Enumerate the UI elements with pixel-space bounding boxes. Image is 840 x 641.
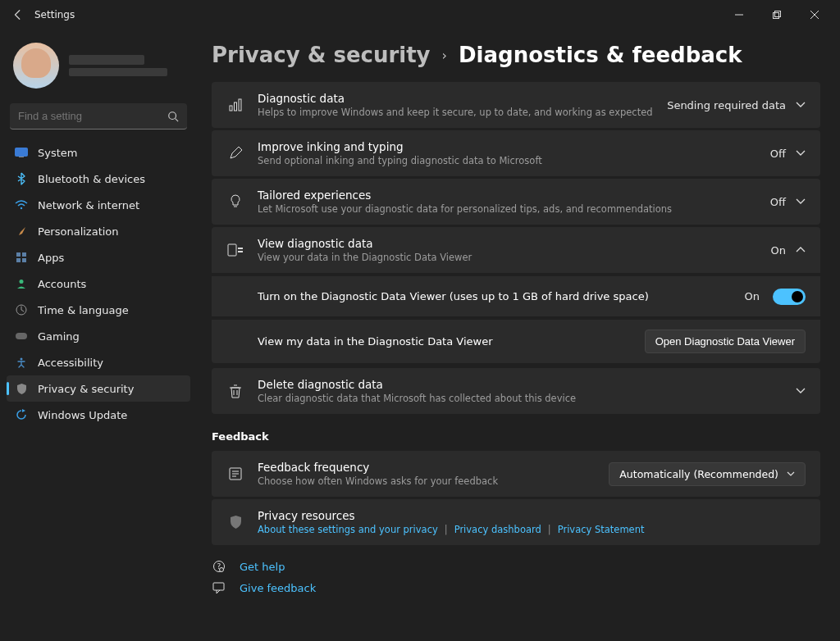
svg-rect-2 [775,11,781,17]
svg-point-14 [20,280,24,284]
link-privacy-dashboard[interactable]: Privacy dashboard [454,524,541,535]
nav-label: Privacy & security [38,383,134,395]
open-diagnostic-viewer-button[interactable]: Open Diagnostic Data Viewer [645,330,806,353]
update-icon [15,408,28,421]
chevron-down-icon [787,471,795,477]
data-viewer-icon [226,241,244,259]
subrow-turn-on-viewer: Turn on the Diagnostic Data Viewer (uses… [212,275,820,316]
nav-item-windows-update[interactable]: Windows Update [7,402,190,428]
card-title: Improve inking and typing [258,140,757,153]
minimize-button[interactable] [720,2,758,28]
search-input[interactable] [18,110,167,122]
card-subtitle: View your data in the Diagnostic Data Vi… [258,252,758,263]
search-icon [167,111,179,122]
card-status: Off [770,196,786,208]
nav-item-time-language[interactable]: Time & language [7,297,190,323]
link-privacy-statement[interactable]: Privacy Statement [558,524,645,535]
subrow-text: Turn on the Diagnostic Data Viewer (uses… [258,290,732,302]
gamepad-icon [15,330,28,343]
chevron-down-icon [796,150,806,157]
maximize-button[interactable] [758,2,796,28]
nav-label: Time & language [38,304,129,316]
svg-rect-8 [19,157,24,157]
search-box[interactable] [10,103,187,130]
nav-label: Windows Update [38,409,127,421]
shield-icon [15,382,28,395]
svg-rect-20 [239,99,241,111]
nav-item-bluetooth[interactable]: Bluetooth & devices [7,166,190,192]
avatar [13,43,59,89]
card-status: Off [770,148,786,160]
card-title: Diagnostic data [258,92,654,105]
svg-rect-12 [16,258,21,262]
close-button[interactable] [796,2,833,28]
section-heading-feedback: Feedback [212,430,820,443]
select-value: Automatically (Recommended) [619,468,778,480]
form-icon [226,465,244,483]
clock-globe-icon [15,303,28,316]
wifi-icon [15,198,28,211]
svg-point-5 [169,111,176,119]
apps-icon [15,251,28,264]
nav-label: Gaming [38,330,80,343]
svg-point-9 [21,207,22,209]
profile-name-redacted [69,55,144,65]
nav-label: Bluetooth & devices [38,173,145,185]
chevron-down-icon [796,102,806,108]
nav-item-privacy-security[interactable]: Privacy & security [7,375,190,402]
nav-item-system[interactable]: System [7,139,190,166]
card-view-diagnostic-data[interactable]: View diagnostic data View your data in t… [212,227,820,273]
card-title: Delete diagnostic data [258,378,783,391]
page-title: Diagnostics & feedback [459,43,742,67]
nav-item-gaming[interactable]: Gaming [7,323,190,349]
feedback-frequency-select[interactable]: Automatically (Recommended) [609,462,806,486]
chevron-down-icon [796,388,806,394]
breadcrumb: Privacy & security › Diagnostics & feedb… [212,39,820,82]
titlebar: Settings [0,0,840,30]
card-diagnostic-data[interactable]: Diagnostic data Helps to improve Windows… [212,82,820,128]
card-subtitle: Helps to improve Windows and keep it sec… [258,107,654,118]
profile-block[interactable] [7,36,190,100]
nav-item-apps[interactable]: Apps [7,244,190,270]
svg-rect-11 [22,252,26,257]
nav-label: Personalization [38,225,119,238]
card-subtitle: Let Microsoft use your diagnostic data f… [258,203,757,215]
svg-rect-24 [238,251,243,252]
chart-icon [226,96,244,114]
card-tailored-experiences[interactable]: Tailored experiences Let Microsoft use y… [212,179,820,225]
system-icon [15,146,28,159]
chevron-up-icon [796,247,806,253]
nav-item-network[interactable]: Network & internet [7,192,190,218]
card-title: View diagnostic data [258,237,758,250]
svg-rect-1 [774,13,779,19]
card-delete-diagnostic-data[interactable]: Delete diagnostic data Clear diagnostic … [212,368,820,414]
back-button[interactable] [7,3,30,26]
link-get-help[interactable]: ? Get help [212,560,820,573]
brush-icon [15,225,28,238]
bluetooth-icon [15,172,28,185]
svg-rect-16 [16,333,27,339]
trash-icon [226,382,244,400]
svg-line-6 [176,118,179,121]
nav-label: Accessibility [38,357,103,369]
svg-rect-13 [22,258,26,262]
window-title: Settings [34,9,75,20]
card-title: Privacy resources [258,509,806,522]
nav-item-accessibility[interactable]: Accessibility [7,349,190,375]
accessibility-icon [15,356,28,369]
svg-rect-7 [16,148,28,157]
chevron-down-icon [796,198,806,205]
card-improve-inking[interactable]: Improve inking and typing Send optional … [212,130,820,176]
subrow-open-viewer: View my data in the Diagnostic Data View… [212,319,820,363]
nav-item-personalization[interactable]: Personalization [7,218,190,244]
card-title: Tailored experiences [258,189,757,202]
svg-rect-10 [16,252,21,257]
breadcrumb-parent[interactable]: Privacy & security [212,43,431,67]
card-status: Sending required data [667,99,786,111]
link-give-feedback[interactable]: Give feedback [212,581,820,594]
profile-email-redacted [69,68,167,76]
feedback-icon [212,581,226,594]
nav-item-accounts[interactable]: Accounts [7,270,190,297]
link-about-settings-privacy[interactable]: About these settings and your privacy [258,524,438,535]
toggle-data-viewer[interactable] [773,289,806,305]
